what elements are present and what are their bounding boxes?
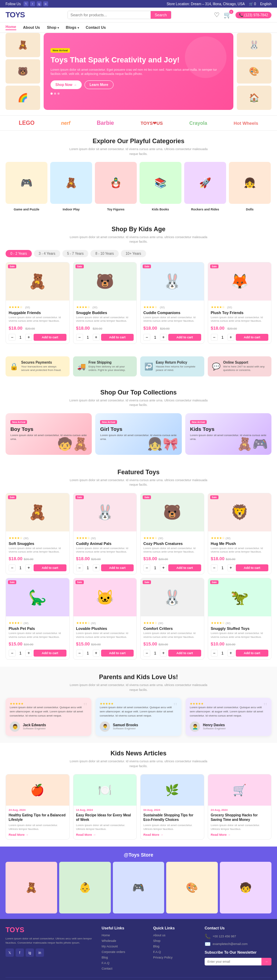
instagram-icon[interactable]: ig: [37, 2, 41, 6]
qty-minus-1[interactable]: −: [76, 334, 83, 341]
category-rockers-rides[interactable]: 🚀 Rockers and Rides: [184, 162, 226, 212]
read-more-0[interactable]: Read More →: [9, 833, 66, 837]
search-button[interactable]: Search: [150, 11, 171, 19]
gallery-item-1[interactable]: 👶: [59, 862, 111, 913]
featured-cart-5[interactable]: Add to cart: [101, 650, 134, 657]
wishlist-icon[interactable]: ♡: [214, 11, 220, 19]
featured-plus-1[interactable]: +: [93, 564, 100, 571]
category-game-puzzle[interactable]: 🎮 Game and Puzzle: [6, 162, 47, 212]
footer-link-myaccount[interactable]: My Account: [101, 945, 146, 948]
collection-boy-toys[interactable]: New Arrival Boy Toys Lorem ipsum dolor s…: [6, 413, 92, 455]
featured-plus-3[interactable]: +: [228, 564, 234, 571]
qty-minus-2[interactable]: −: [143, 334, 150, 341]
facebook-icon[interactable]: f: [30, 2, 35, 6]
article-0[interactable]: 🍎 24 Aug, 2024 Healthy Eating Tips for a…: [6, 774, 70, 840]
featured-cart-3[interactable]: Add to cart: [236, 564, 269, 571]
nav-contact[interactable]: Contact Us: [86, 25, 106, 29]
featured-plus-5[interactable]: +: [93, 650, 100, 657]
linkedin-icon[interactable]: in: [43, 2, 48, 6]
featured-cart-0[interactable]: Add to cart: [33, 564, 66, 571]
dot-3[interactable]: [57, 92, 60, 95]
featured-cart-7[interactable]: Add to cart: [236, 650, 269, 657]
shop-now-button[interactable]: Shop Now →: [51, 80, 82, 89]
age-tab-5-7[interactable]: 5 - 7 Years: [62, 250, 89, 257]
qty-plus-1[interactable]: +: [93, 334, 100, 341]
article-2[interactable]: 🌿 04 Aug, 2024 Sustainable Shopping Tips…: [140, 774, 204, 840]
featured-plus-4[interactable]: +: [25, 650, 32, 657]
featured-minus-2[interactable]: −: [143, 564, 150, 571]
footer-link-contact[interactable]: Contact: [101, 967, 146, 970]
featured-minus-4[interactable]: −: [9, 650, 16, 657]
footer-link-home[interactable]: Home: [101, 934, 146, 937]
gallery-item-4[interactable]: 🧒: [220, 862, 271, 913]
category-indoor-play[interactable]: 🧸 Indoor Play: [50, 162, 92, 212]
twitter-icon[interactable]: 𝕏: [24, 2, 28, 6]
collection-kids-toys[interactable]: New Arrival Kids Toys Lorem ipsum dolor …: [185, 413, 271, 455]
article-3[interactable]: 🛒 24 Aug, 2024 Grocery Shopping Hacks fo…: [208, 774, 272, 840]
qty-plus-2[interactable]: +: [160, 334, 167, 341]
gallery-item-3[interactable]: 🎨: [166, 862, 218, 913]
footer-link-blog[interactable]: Blog: [101, 956, 146, 959]
gallery-item-2[interactable]: 🎮: [113, 862, 165, 913]
age-tab-10plus[interactable]: 10+ Years: [121, 250, 146, 257]
nav-blogs[interactable]: Blogs: [66, 25, 79, 29]
category-kids-books[interactable]: 📚 Kids Books: [139, 162, 181, 212]
add-to-cart-1[interactable]: Add to cart: [101, 334, 134, 341]
add-to-cart-3[interactable]: Add to cart: [236, 334, 269, 341]
nav-about[interactable]: About Us: [23, 25, 40, 29]
footer-link-faq[interactable]: F.A.Q: [101, 961, 146, 965]
newsletter-submit[interactable]: →: [261, 958, 271, 966]
add-to-cart-0[interactable]: Add to cart: [33, 334, 66, 341]
dot-2[interactable]: [54, 92, 56, 95]
qty-minus-3[interactable]: −: [211, 334, 218, 341]
featured-minus-5[interactable]: −: [76, 650, 83, 657]
footer-quick-faq[interactable]: F.A.Q: [153, 950, 198, 954]
footer-instagram[interactable]: ig: [25, 948, 34, 957]
article-1[interactable]: 🍽️ 14 Aug, 2024 Easy Recipe Ideas for Ev…: [73, 774, 137, 840]
read-more-3[interactable]: Read More →: [211, 833, 269, 837]
nav-home[interactable]: Home: [6, 25, 16, 30]
qty-plus-3[interactable]: +: [228, 334, 234, 341]
phone-button[interactable]: 📞 (123) 978-7842: [236, 12, 271, 18]
featured-plus-2[interactable]: +: [160, 564, 167, 571]
age-tab-0-2[interactable]: 0 - 2 Years: [6, 250, 32, 257]
qty-plus-0[interactable]: +: [25, 334, 32, 341]
category-toy-figures[interactable]: 🪆 Toy Figures: [95, 162, 137, 212]
cart-icon[interactable]: 🛒 0: [224, 11, 231, 19]
gallery-item-0[interactable]: 🧸: [6, 862, 57, 913]
footer-twitter[interactable]: 𝕏: [6, 948, 14, 957]
footer-quick-blog[interactable]: Blog: [153, 945, 198, 948]
footer-quick-shop[interactable]: Shop: [153, 939, 198, 943]
featured-cart-2[interactable]: Add to cart: [168, 564, 201, 571]
featured-plus-7[interactable]: +: [228, 650, 234, 657]
read-more-1[interactable]: Read More →: [76, 833, 134, 837]
featured-cart-1[interactable]: Add to cart: [101, 564, 134, 571]
newsletter-email-input[interactable]: [205, 958, 261, 966]
featured-minus-7[interactable]: −: [211, 650, 218, 657]
featured-minus-6[interactable]: −: [143, 650, 150, 657]
footer-quick-about[interactable]: About us: [153, 934, 198, 937]
featured-plus-0[interactable]: +: [25, 564, 32, 571]
featured-cart-6[interactable]: Add to cart: [168, 650, 201, 657]
category-dolls[interactable]: 👧 Dolls: [229, 162, 271, 212]
footer-facebook[interactable]: f: [16, 948, 24, 957]
featured-cart-4[interactable]: Add to cart: [33, 650, 66, 657]
logo[interactable]: TOYS: [6, 10, 25, 19]
search-input[interactable]: [68, 11, 150, 19]
featured-minus-3[interactable]: −: [211, 564, 218, 571]
footer-link-wholesale[interactable]: Wholesale: [101, 939, 146, 943]
learn-more-button[interactable]: Learn More: [84, 80, 114, 89]
age-tab-8-10[interactable]: 8 - 10 Years: [90, 250, 119, 257]
featured-minus-1[interactable]: −: [76, 564, 83, 571]
age-tab-3-4[interactable]: 3 - 4 Years: [34, 250, 60, 257]
collection-girl-toys[interactable]: New Arrival Girl Toys Lorem ipsum dolor …: [95, 413, 181, 455]
dot-1[interactable]: [51, 92, 53, 95]
footer-quick-privacy[interactable]: Privacy Policy: [153, 956, 198, 959]
footer-link-corporate[interactable]: Corporate orders: [101, 950, 146, 954]
language-selector[interactable]: English: [260, 2, 271, 6]
add-to-cart-2[interactable]: Add to cart: [168, 334, 201, 341]
nav-shop[interactable]: Shop: [47, 25, 59, 29]
qty-minus-0[interactable]: −: [9, 334, 16, 341]
featured-minus-0[interactable]: −: [9, 564, 16, 571]
featured-plus-6[interactable]: +: [160, 650, 167, 657]
